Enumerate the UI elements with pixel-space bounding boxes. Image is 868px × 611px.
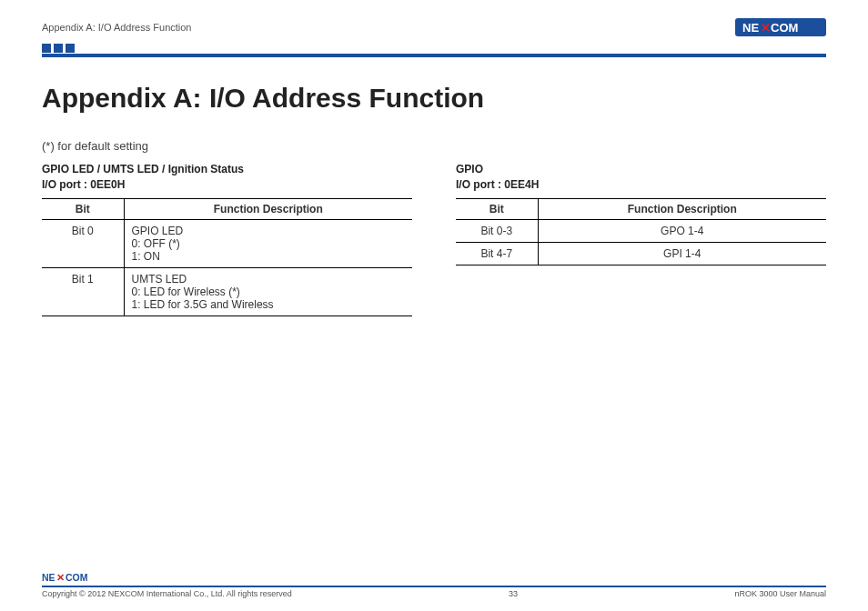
svg-text:✕: ✕	[56, 572, 65, 583]
page-footer: NE ✕ COM Copyright © 2012 NEXCOM Interna…	[42, 571, 826, 598]
page-title: Appendix A: I/O Address Function	[42, 83, 826, 114]
table-row: Bit 4-7 GPI 1-4	[456, 242, 826, 265]
table-row: Bit 1 UMTS LED 0: LED for Wireless (*) 1…	[42, 267, 412, 316]
footer-rule	[42, 586, 826, 587]
header-squares-icon	[42, 44, 826, 53]
col-header-bit: Bit	[456, 198, 538, 219]
col-header-func: Function Description	[538, 198, 826, 219]
default-setting-note: (*) for default setting	[42, 139, 826, 153]
col-header-func: Function Description	[124, 198, 412, 219]
copyright-text: Copyright © 2012 NEXCOM International Co…	[42, 589, 292, 598]
col-header-bit: Bit	[42, 198, 124, 219]
svg-text:COM: COM	[66, 572, 88, 583]
left-subheading: GPIO LED / UMTS LED / Ignition Status I/…	[42, 162, 412, 193]
table-row: Bit 0 GPIO LED 0: OFF (*) 1: ON	[42, 219, 412, 267]
right-subheading: GPIO I/O port : 0EE4H	[456, 162, 826, 193]
nexcom-logo-icon: NE ✕ COM	[735, 18, 826, 36]
page-number: 33	[509, 589, 518, 598]
cell-func: GPO 1-4	[538, 219, 826, 242]
cell-bit: Bit 4-7	[456, 242, 538, 265]
table-header-row: Bit Function Description	[42, 198, 412, 219]
cell-bit: Bit 0-3	[456, 219, 538, 242]
svg-text:NE: NE	[42, 572, 56, 583]
table-header-row: Bit Function Description	[456, 198, 826, 219]
running-title: Appendix A: I/O Address Function	[42, 22, 191, 33]
cell-func: GPI 1-4	[538, 242, 826, 265]
gpio-table: Bit Function Description Bit 0-3 GPO 1-4…	[456, 198, 826, 265]
content-columns: GPIO LED / UMTS LED / Ignition Status I/…	[42, 162, 826, 316]
svg-text:✕: ✕	[761, 21, 771, 35]
cell-func: UMTS LED 0: LED for Wireless (*) 1: LED …	[124, 267, 412, 316]
brand-logo-top: NE ✕ COM	[735, 18, 826, 36]
table-row: Bit 0-3 GPO 1-4	[456, 219, 826, 242]
svg-text:NE: NE	[742, 21, 759, 35]
page-header: Appendix A: I/O Address Function NE ✕ CO…	[42, 16, 826, 38]
cell-func: GPIO LED 0: OFF (*) 1: ON	[124, 219, 412, 267]
nexcom-logo-icon: NE ✕ COM	[42, 571, 106, 584]
right-column: GPIO I/O port : 0EE4H Bit Function Descr…	[456, 162, 826, 316]
left-column: GPIO LED / UMTS LED / Ignition Status I/…	[42, 162, 412, 316]
cell-bit: Bit 1	[42, 267, 124, 316]
gpio-led-table: Bit Function Description Bit 0 GPIO LED …	[42, 198, 412, 316]
brand-logo-footer: NE ✕ COM	[42, 571, 106, 584]
doc-name: nROK 3000 User Manual	[734, 589, 826, 598]
header-rule	[42, 54, 826, 57]
cell-bit: Bit 0	[42, 219, 124, 267]
svg-text:COM: COM	[771, 21, 798, 35]
